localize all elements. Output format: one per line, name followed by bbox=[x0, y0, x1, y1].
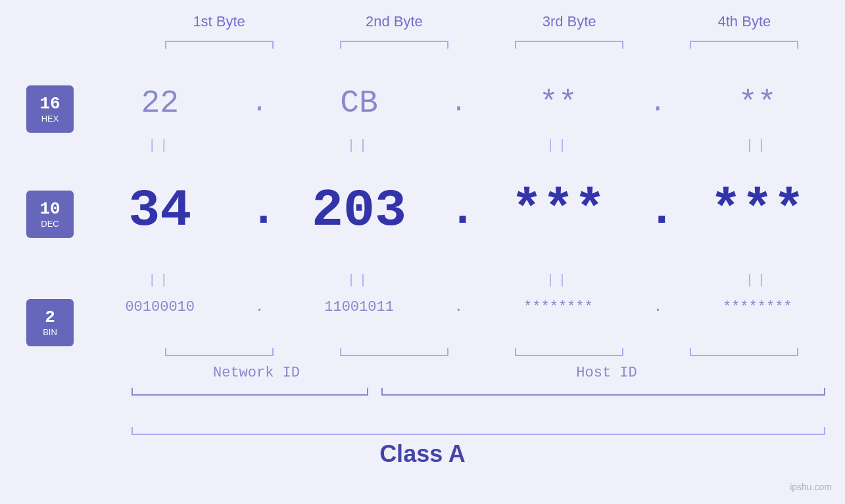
eq2-b1: || bbox=[101, 273, 219, 288]
eq2-d3 bbox=[648, 273, 667, 288]
eq1-b1: || bbox=[101, 138, 219, 153]
top-bracket-b4 bbox=[690, 41, 798, 49]
dec-dot2: . bbox=[448, 185, 468, 237]
bot-bracket-b2 bbox=[340, 348, 448, 356]
class-bracket-line bbox=[132, 427, 825, 435]
bin-dot3: . bbox=[648, 299, 667, 315]
eq2-b3: || bbox=[499, 273, 617, 288]
eq1-b2: || bbox=[300, 138, 418, 153]
byte4-header: 4th Byte bbox=[675, 13, 813, 30]
network-id-label: Network ID bbox=[132, 365, 381, 381]
eq2-d2 bbox=[448, 273, 468, 288]
dec-row: 34 . 203 . *** . *** bbox=[85, 181, 832, 241]
hex-dot1: . bbox=[250, 89, 270, 118]
bottom-brackets bbox=[132, 348, 832, 356]
main-layout: 1st Byte 2nd Byte 3rd Byte 4th Byte 16 H… bbox=[0, 0, 845, 504]
hex-b3: ** bbox=[499, 85, 617, 121]
hex-b2: CB bbox=[300, 85, 418, 121]
eq2-b4: || bbox=[698, 273, 817, 288]
bot-bracket-b4 bbox=[690, 348, 798, 356]
bin-row: 00100010 . 11001011 . ******** . *******… bbox=[85, 299, 832, 315]
hex-badge: 16 HEX bbox=[26, 85, 74, 133]
dec-b4: *** bbox=[698, 181, 817, 241]
bin-b2: 11001011 bbox=[300, 299, 418, 315]
bin-dot2: . bbox=[448, 299, 468, 315]
host-bracket bbox=[381, 388, 825, 396]
eq1-b3: || bbox=[499, 138, 617, 153]
dec-dot3: . bbox=[648, 185, 667, 237]
hex-dot2: . bbox=[448, 89, 468, 118]
byte1-header: 1st Byte bbox=[150, 13, 288, 30]
hex-b4: ** bbox=[698, 85, 817, 121]
bin-badge: 2 BIN bbox=[26, 299, 74, 346]
class-bracket bbox=[132, 427, 825, 435]
eq1-d1 bbox=[250, 138, 270, 153]
watermark: ipshu.com bbox=[790, 482, 832, 492]
top-bracket-b2 bbox=[340, 41, 448, 49]
bin-b3: ******** bbox=[499, 299, 617, 315]
hex-b1: 22 bbox=[101, 85, 219, 121]
eq1-b4: || bbox=[698, 138, 817, 153]
host-bracket-line bbox=[381, 388, 825, 396]
bot-bracket-b3 bbox=[515, 348, 623, 356]
equals-row-1: || || || || bbox=[85, 138, 832, 153]
class-label: Class A bbox=[0, 440, 845, 468]
eq2-d1 bbox=[250, 273, 270, 288]
dec-dot1: . bbox=[250, 185, 270, 237]
dec-b2: 203 bbox=[300, 181, 418, 241]
network-bracket bbox=[132, 388, 368, 396]
network-bracket-line bbox=[132, 388, 368, 396]
bot-bracket-b1 bbox=[165, 348, 274, 356]
equals-row-2: || || || || bbox=[85, 273, 832, 288]
eq1-d2 bbox=[448, 138, 468, 153]
eq1-d3 bbox=[648, 138, 667, 153]
top-bracket-b3 bbox=[515, 41, 623, 49]
host-id-label: Host ID bbox=[381, 365, 832, 381]
byte-header-row: 1st Byte 2nd Byte 3rd Byte 4th Byte bbox=[132, 13, 832, 30]
bin-b1: 00100010 bbox=[101, 299, 219, 315]
dec-b3: *** bbox=[499, 181, 617, 241]
dec-b1: 34 bbox=[101, 181, 219, 241]
byte2-header: 2nd Byte bbox=[325, 13, 463, 30]
byte3-header: 3rd Byte bbox=[500, 13, 639, 30]
bin-b4: ******** bbox=[698, 299, 817, 315]
dec-badge: 10 DEC bbox=[26, 191, 74, 238]
hex-dot3: . bbox=[648, 89, 667, 118]
hex-row: 22 . CB . ** . ** bbox=[85, 85, 832, 121]
bin-dot1: . bbox=[250, 299, 270, 315]
top-brackets bbox=[132, 41, 832, 49]
top-bracket-b1 bbox=[165, 41, 274, 49]
eq2-b2: || bbox=[300, 273, 418, 288]
id-row: Network ID Host ID bbox=[132, 365, 832, 381]
